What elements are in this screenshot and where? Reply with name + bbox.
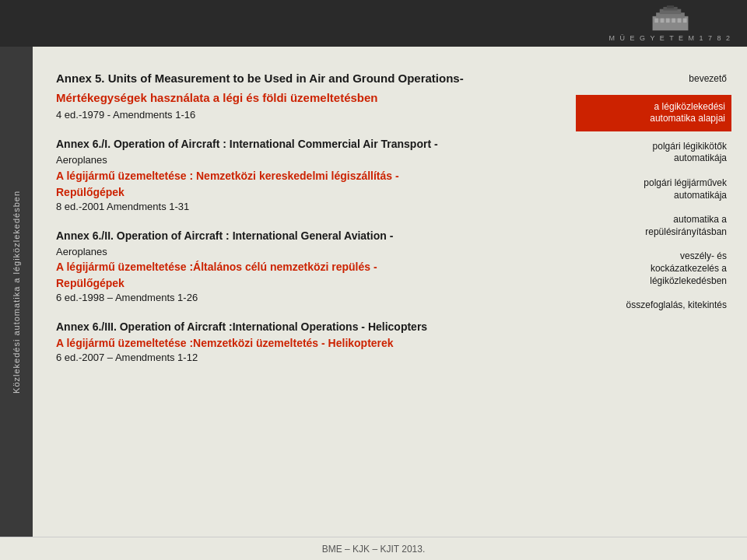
- left-column: Annex 5. Units of Measurement to be Used…: [56, 70, 576, 521]
- section3-block: Annex 6./II. Operation of Aircraft : Int…: [56, 228, 560, 304]
- svg-rect-5: [660, 18, 664, 23]
- section3-annex-header: Annex 6./II. Operation of Aircraft : Int…: [56, 228, 560, 244]
- section2-subtitle-hu: Repülőgépek: [56, 184, 560, 201]
- nav-item-kikotok-line1: polgári légikikötők: [580, 141, 727, 153]
- section2-subtitle-en: Aeroplanes: [56, 152, 560, 168]
- section2-block: Annex 6./I. Operation of Aircraft : Inte…: [56, 136, 560, 212]
- section4-block: Annex 6./III. Operation of Aircraft :Int…: [56, 319, 560, 363]
- section3-annex: Annex 6./II.: [56, 229, 114, 242]
- top-bar: M Ü E G Y E T E M 1 7 8 2: [0, 0, 747, 47]
- nav-item-active-line2: automatika alapjai: [582, 113, 725, 125]
- sidebar: Közlekedési automatika a légiközlekedésb…: [0, 47, 33, 537]
- section1-title-hu: Mértékegységek használata a légi és föld…: [56, 89, 560, 106]
- section4-annex-header: Annex 6./III. Operation of Aircraft :Int…: [56, 319, 560, 335]
- svg-rect-7: [672, 18, 675, 23]
- nav-item-repulesiranyitas[interactable]: automatika a repülésirányításban: [576, 211, 731, 241]
- main-content: Annex 5. Units of Measurement to be Used…: [33, 47, 747, 537]
- section3-subtitle-en: Aeroplanes: [56, 244, 560, 260]
- nav-item-osszefoglalas[interactable]: összefoglalás, kitekintés: [576, 296, 731, 315]
- sidebar-label: Közlekedési automatika a légiközlekedésb…: [12, 191, 21, 394]
- section2-edition: 8 ed.-2001 Amendments 1-31: [56, 201, 560, 212]
- right-column: bevezető a légiközlekedési automatika al…: [576, 70, 731, 521]
- section4-annex: Annex 6./III.: [56, 320, 117, 333]
- main-container: M Ü E G Y E T E M 1 7 8 2 Közlekedési au…: [0, 0, 747, 560]
- nav-item-active-line1: a légiközlekedési: [582, 101, 725, 114]
- nav-item-repulesiranyitas-line1: automatika a: [580, 214, 727, 226]
- nav-item-bevezeto[interactable]: bevezető: [576, 70, 731, 89]
- section4-title-hu: A légijármű üzemeltetése :Nemzetközi üze…: [56, 335, 560, 352]
- nav-item-veszelyek-line1: veszély- és: [580, 250, 727, 263]
- section4-edition: 6 ed.-2007 – Amendments 1-12: [56, 352, 560, 363]
- university-logo-icon: [649, 5, 692, 33]
- section3-subtitle-hu: Repülőgépek: [56, 275, 560, 292]
- nav-item-veszelyek-line3: légiközlekedésben: [580, 275, 727, 288]
- section2-annex: Annex 6./I.: [56, 138, 110, 150]
- section1-block: Annex 5. Units of Measurement to be Used…: [56, 70, 560, 121]
- nav-item-repulesiranyitas-line2: repülésirányításban: [580, 226, 727, 239]
- logo-area: M Ü E G Y E T E M 1 7 8 2: [609, 5, 731, 42]
- section3-title-en: Operation of Aircraft : International Ge…: [117, 229, 394, 242]
- section1-edition: 4 ed.-1979 - Amendments 1-16: [56, 109, 560, 121]
- footer: BME – KJK – KJIT 2013.: [0, 537, 747, 560]
- svg-rect-10: [667, 5, 674, 9]
- svg-rect-8: [677, 18, 681, 23]
- section2-title-hu: A légijármű üzemeltetése : Nemzetközi ke…: [56, 168, 560, 184]
- nav-item-kikotok[interactable]: polgári légikikötők automatikája: [576, 138, 731, 168]
- section2-title-en: Operation of Aircraft : International Co…: [114, 138, 438, 150]
- svg-rect-4: [654, 18, 658, 23]
- footer-text: BME – KJK – KJIT 2013.: [322, 544, 426, 555]
- svg-rect-9: [683, 18, 687, 23]
- nav-item-active-automatika[interactable]: a légiközlekedési automatika alapjai: [576, 95, 731, 131]
- section2-annex-header: Annex 6./I. Operation of Aircraft : Inte…: [56, 136, 560, 152]
- nav-item-kikotok-line2: automatikája: [580, 152, 727, 165]
- section3-title-hu: A légijármű üzemeltetése :Általános célú…: [56, 259, 560, 275]
- nav-item-legijarmuvek[interactable]: polgári légijárművek automatikája: [576, 174, 731, 205]
- nav-item-veszelyek[interactable]: veszély- és kockázatkezelés a légiközlek…: [576, 247, 731, 290]
- section4-title-en: Operation of Aircraft :International Ope…: [120, 320, 427, 333]
- section1-title-en: Annex 5. Units of Measurement to be Used…: [56, 70, 560, 86]
- logo-text: M Ü E G Y E T E M 1 7 8 2: [609, 34, 731, 42]
- section3-edition: 6 ed.-1998 – Amendments 1-26: [56, 292, 560, 303]
- nav-item-veszelyek-line2: kockázatkezelés a: [580, 263, 727, 275]
- nav-item-legijarmuvek-line1: polgári légijárművek: [580, 177, 727, 190]
- content-area: Közlekedési automatika a légiközlekedésb…: [0, 47, 747, 537]
- svg-rect-6: [666, 18, 670, 23]
- nav-item-legijarmuvek-line2: automatikája: [580, 190, 727, 202]
